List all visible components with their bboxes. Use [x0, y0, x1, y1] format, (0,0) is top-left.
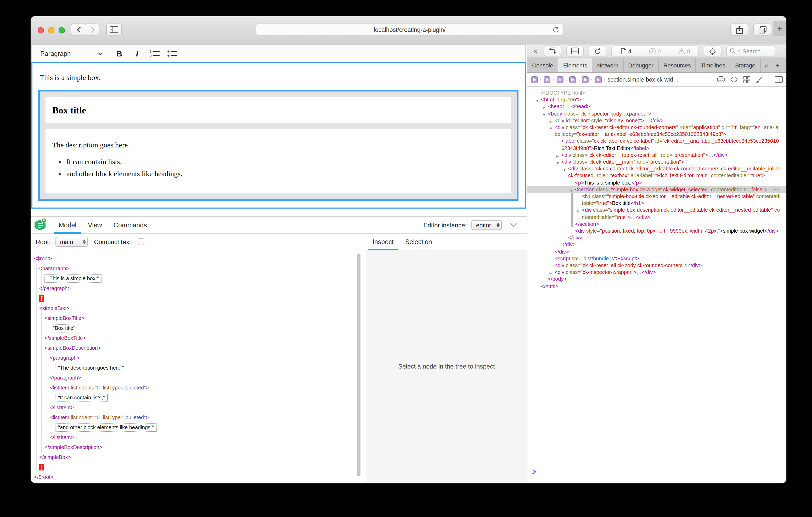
- dom-node[interactable]: </div>: [527, 241, 786, 248]
- dom-node[interactable]: <script src="dist/bundle.js"></script>: [527, 255, 786, 262]
- box-list-item[interactable]: and other block elements like headings.: [66, 170, 504, 179]
- bold-button[interactable]: B: [113, 47, 126, 60]
- element-badge-icon[interactable]: E: [544, 76, 551, 83]
- tab-overview-button[interactable]: [753, 24, 771, 35]
- tab-overflow-button[interactable]: »: [760, 58, 772, 72]
- code-brackets-icon[interactable]: [730, 76, 738, 83]
- devtools-tab-debugger[interactable]: Debugger: [624, 58, 659, 72]
- breadcrumb-current[interactable]: section.simple-box.ck-wid…: [607, 76, 679, 83]
- dom-node[interactable]: </body>: [527, 276, 786, 282]
- reload-button[interactable]: [552, 26, 559, 34]
- model-node[interactable]: "This is a simple box:": [34, 273, 366, 283]
- model-node[interactable]: "It can contain lists,": [34, 393, 366, 402]
- model-node[interactable]: <simpleBox>: [34, 303, 366, 313]
- dom-node[interactable]: </div>: [527, 235, 786, 241]
- model-node[interactable]: <simpleBoxTitle>: [34, 313, 366, 323]
- dom-node[interactable]: ▼<section class="simple-box ck-widget ck…: [527, 186, 786, 193]
- inspect-element-button[interactable]: [704, 45, 722, 57]
- close-window-button[interactable]: [38, 27, 44, 33]
- model-node[interactable]: "The description goes here.": [34, 363, 366, 373]
- side-tab-selection[interactable]: Selection: [400, 234, 438, 250]
- expanded-arrow-icon[interactable]: ▼: [562, 166, 567, 173]
- model-node[interactable]: <$root>: [34, 253, 366, 264]
- editor-instance-select[interactable]: editor: [471, 220, 502, 230]
- model-node[interactable]: <paragraph>: [34, 353, 366, 363]
- console-prompt[interactable]: [527, 465, 786, 483]
- add-panel-button[interactable]: +: [772, 58, 783, 72]
- italic-button[interactable]: I: [130, 47, 144, 60]
- print-icon[interactable]: [717, 76, 725, 83]
- model-node[interactable]: </listItem>: [34, 432, 366, 442]
- model-node[interactable]: </listItem>: [34, 402, 366, 413]
- dom-node[interactable]: ▶<div id="editor" style="display: none;"…: [527, 117, 786, 124]
- address-bar[interactable]: localhost/creating-a-plugin/: [256, 24, 563, 35]
- collapsed-arrow-icon[interactable]: ▶: [576, 208, 581, 215]
- dom-node[interactable]: </html>: [527, 282, 786, 290]
- model-node[interactable]: [: [34, 293, 366, 303]
- simple-box-title-field[interactable]: Box title: [46, 97, 511, 123]
- dom-node[interactable]: <p>This is a simple box:</p>: [527, 179, 786, 186]
- minimize-window-button[interactable]: [48, 27, 54, 33]
- compact-text-checkbox[interactable]: [137, 238, 144, 245]
- close-devtools-button[interactable]: ×: [531, 47, 539, 55]
- element-badge-icon[interactable]: E: [569, 76, 576, 83]
- devtools-tab-resources[interactable]: Resources: [659, 58, 696, 72]
- root-select[interactable]: main: [55, 237, 88, 247]
- dom-node[interactable]: <div class="ck ck-reset_all ck-body ck-r…: [527, 262, 786, 269]
- model-node[interactable]: <listItem listIndent="0" listType="bulle…: [34, 383, 366, 393]
- dom-node[interactable]: ▼<html lang="en">: [527, 96, 786, 103]
- share-button[interactable]: [730, 24, 748, 35]
- devtools-tab-storage[interactable]: Storage: [730, 58, 760, 72]
- forward-button[interactable]: [86, 24, 99, 35]
- model-node[interactable]: </simpleBoxDescription>: [34, 442, 366, 452]
- dom-node[interactable]: ▶<div class="ck ck-editor__top ck-reset_…: [527, 152, 786, 158]
- heading-dropdown[interactable]: Paragraph: [40, 50, 103, 57]
- element-badge-icon[interactable]: E: [594, 76, 602, 83]
- simple-box-widget[interactable]: Box title The description goes here. It …: [38, 90, 519, 201]
- devtools-tab-network[interactable]: Network: [592, 58, 624, 72]
- editor-editable-area[interactable]: This is a simple box: Box title The desc…: [31, 62, 526, 209]
- dom-node[interactable]: ▶<div class="ck-inspector-wrapper">…</di…: [527, 269, 786, 276]
- intro-paragraph[interactable]: This is a simple box:: [40, 74, 525, 82]
- dom-node[interactable]: ▶<head>…</head>: [527, 103, 786, 110]
- dom-node[interactable]: ▼<body class="ck-inspector-body-expanded…: [527, 110, 786, 117]
- dom-node[interactable]: ▶<div class="simple-box-description ck-e…: [527, 207, 786, 221]
- element-badge-icon[interactable]: E: [531, 76, 538, 83]
- dock-bottom-button[interactable]: [566, 45, 584, 57]
- bulleted-list-button[interactable]: [166, 47, 179, 60]
- simple-box-description-field[interactable]: The description goes here. It can contai…: [46, 129, 511, 193]
- dom-node[interactable]: ▼<div class="ck ck-reset ck-editor ck-ro…: [527, 124, 786, 138]
- model-node[interactable]: ]: [34, 462, 366, 472]
- dom-node[interactable]: <label class="ck ck-label ck-voice-label…: [527, 138, 786, 152]
- model-node[interactable]: </paragraph>: [34, 283, 366, 293]
- inspector-tab-commands[interactable]: Commands: [108, 217, 153, 234]
- detach-devtools-button[interactable]: [544, 45, 561, 57]
- box-description-text[interactable]: The description goes here.: [52, 141, 504, 150]
- new-tab-button[interactable]: +: [773, 21, 786, 36]
- zoom-window-button[interactable]: [59, 27, 65, 33]
- box-title-text[interactable]: Box title: [52, 105, 86, 116]
- collapse-inspector-button[interactable]: [510, 223, 517, 227]
- styles-brush-icon[interactable]: [756, 76, 763, 83]
- model-node[interactable]: </paragraph>: [34, 373, 366, 383]
- devtools-tab-console[interactable]: Console: [527, 58, 558, 72]
- dom-node[interactable]: <!DOCTYPE html>: [527, 89, 786, 96]
- model-node[interactable]: </$root>: [34, 472, 366, 482]
- tree-scrollbar[interactable]: [357, 253, 360, 476]
- model-node[interactable]: <listItem listIndent="0" listType="bulle…: [34, 413, 366, 422]
- box-list-item[interactable]: It can contain lists,: [66, 157, 504, 167]
- dom-node[interactable]: ▼<div class="ck ck-editor__main" role="p…: [527, 158, 786, 165]
- dom-node[interactable]: <h1 class="simple-box-title ck-editor__e…: [527, 193, 786, 207]
- model-node[interactable]: <paragraph>: [34, 264, 366, 273]
- dom-node[interactable]: ▼<div class="ck ck-content ck-editor__ed…: [527, 165, 786, 179]
- element-badge-icon[interactable]: E: [582, 76, 589, 83]
- back-button[interactable]: [70, 24, 86, 35]
- devtools-settings-button[interactable]: ⚙: [783, 58, 786, 72]
- side-tab-inspect[interactable]: Inspect: [367, 234, 400, 250]
- numbered-list-button[interactable]: 12: [148, 47, 162, 60]
- inspector-tab-view[interactable]: View: [82, 217, 108, 234]
- details-sidebar-toggle-icon[interactable]: [775, 76, 783, 83]
- devtools-search-field[interactable]: Search: [726, 45, 775, 57]
- model-node[interactable]: </simpleBox>: [34, 452, 366, 462]
- inspector-tab-model[interactable]: Model: [53, 217, 82, 234]
